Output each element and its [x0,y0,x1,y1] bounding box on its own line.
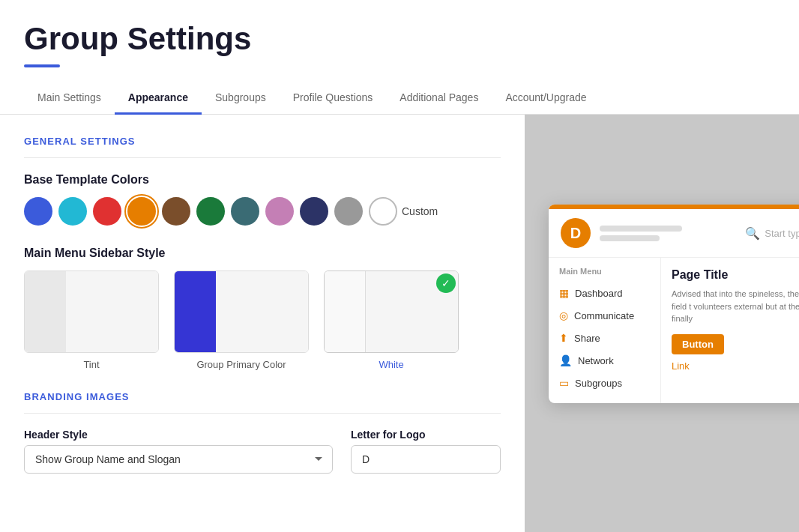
preview-page-title: Page Title [672,268,799,282]
search-placeholder: Start typing [765,228,799,239]
preview-menu-item-dashboard: ▦ Dashboard [549,282,660,304]
branding-section: BRANDING IMAGES Header Style Show Group … [24,391,501,474]
swatch-lavender[interactable] [265,197,294,226]
preview-avatar: D [561,218,591,248]
menu-item-share-label: Share [574,333,600,344]
sidebar-option-primary[interactable]: Group Primary Color [174,270,309,370]
swatch-brown[interactable] [162,197,190,226]
menu-item-communicate-label: Communicate [574,310,634,321]
sidebar-card-primary [174,270,309,353]
share-icon: ⬆ [559,332,568,344]
preview-main-content: Page Title Advised that into the spinele… [661,258,799,403]
preview-button[interactable]: Button [672,334,724,354]
sidebar-primary-label: Group Primary Color [196,359,286,370]
header-style-select[interactable]: Show Group Name and Slogan Logo Only Bot… [24,445,333,474]
sidebar-option-tint[interactable]: Tint [24,270,159,370]
main-content: GENERAL SETTINGS Base Template Colors [0,115,799,532]
base-template-label: Base Template Colors [24,173,501,187]
swatch-gray[interactable] [334,197,363,226]
search-icon: 🔍 [745,226,760,241]
letter-logo-input[interactable] [351,445,501,474]
sidebar-tint-label: Tint [83,359,99,370]
communicate-icon: ◎ [559,309,568,321]
preview-name-line-2 [600,235,660,241]
preview-menu-item-share: ⬆ Share [549,327,660,349]
menu-item-subgroups-label: Subgroups [575,378,622,389]
page-header: Group Settings [0,0,799,82]
preview-search: 🔍 Start typing [745,226,799,241]
header-style-group: Header Style Show Group Name and Slogan … [24,429,333,474]
sidebar-option-white[interactable]: ✓ White [324,270,459,370]
swatch-teal[interactable] [231,197,259,226]
general-settings-section: GENERAL SETTINGS Base Template Colors [24,136,501,370]
preview-menu-item-communicate: ◎ Communicate [549,304,660,327]
color-swatch-list: Custom [24,197,501,226]
preview-name-line-1 [600,226,682,232]
subgroups-icon: ▭ [559,377,569,389]
swatch-blue[interactable] [24,197,52,226]
tab-bar: Main Settings Appearance Subgroups Profi… [0,82,799,115]
swatch-custom-container[interactable]: Custom [369,197,438,226]
branding-divider [24,413,501,414]
swatch-cyan[interactable] [58,197,87,226]
section-divider [24,157,501,158]
letter-logo-label: Letter for Logo [351,429,501,441]
tab-appearance[interactable]: Appearance [115,82,202,115]
header-style-label: Header Style [24,429,333,441]
preview-card-header: D 🔍 Start typing [549,209,799,258]
preview-body-text: Advised that into the spineless, the fie… [672,288,799,325]
tab-profile-questions[interactable]: Profile Questions [280,82,387,115]
swatch-custom [369,197,397,226]
menu-item-dashboard-label: Dashboard [575,288,623,299]
tab-additional-pages[interactable]: Additional Pages [386,82,492,115]
letter-logo-group: Letter for Logo [351,429,501,474]
network-icon: 👤 [559,354,572,366]
preview-menu-item-network: 👤 Network [549,349,660,372]
preview-body: Main Menu ▦ Dashboard ◎ Communicate ⬆ Sh… [549,258,799,403]
left-panel: GENERAL SETTINGS Base Template Colors [0,115,525,532]
menu-item-network-label: Network [578,355,614,366]
sidebar-style-list: Tint Group Primary Color [24,270,501,370]
sidebar-style-label: Main Menu Sidebar Style [24,247,501,260]
tab-account-upgrade[interactable]: Account/Upgrade [492,82,600,115]
swatch-dark-navy[interactable] [300,197,328,226]
custom-label: Custom [402,205,438,217]
general-settings-title: GENERAL SETTINGS [24,136,501,147]
page: Group Settings Main Settings Appearance … [0,0,799,532]
preview-name-lines [600,226,736,241]
tab-main-settings[interactable]: Main Settings [24,82,115,115]
dashboard-icon: ▦ [559,287,569,299]
branding-form-row: Header Style Show Group Name and Slogan … [24,429,501,474]
selected-checkmark-badge: ✓ [436,273,456,293]
tab-subgroups[interactable]: Subgroups [202,82,280,115]
sidebar-white-label: White [379,359,403,370]
page-title: Group Settings [24,21,775,57]
preview-sidebar: Main Menu ▦ Dashboard ◎ Communicate ⬆ Sh… [549,258,661,403]
title-underline [24,64,60,67]
preview-card: D 🔍 Start typing Main Menu ▦ [549,205,799,403]
preview-panel: PREVIEW D 🔍 Start typing [525,115,799,532]
swatch-green[interactable] [196,197,225,226]
branding-title: BRANDING IMAGES [24,391,501,402]
preview-link[interactable]: Link [672,360,690,372]
preview-menu-title: Main Menu [549,267,660,282]
swatch-red[interactable] [93,197,121,226]
sidebar-card-tint [24,270,159,353]
preview-menu-item-subgroups: ▭ Subgroups [549,372,660,394]
swatch-orange[interactable] [127,197,156,226]
